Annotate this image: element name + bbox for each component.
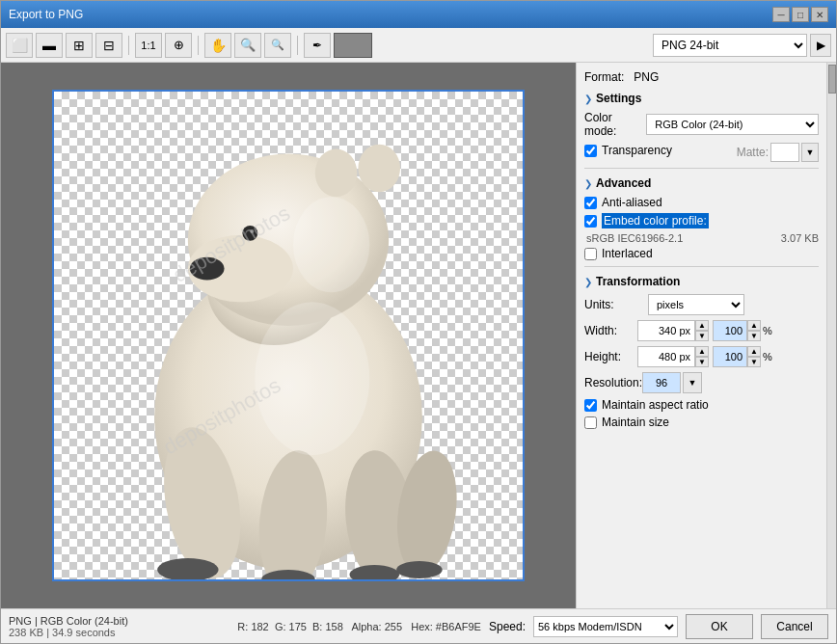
pixel-hex: Hex: #B6AF9E <box>411 621 481 632</box>
right-panel: Format: PNG ❯ Settings Color mode: RGB C… <box>576 63 826 608</box>
profile-size: 3.07 KB <box>781 232 819 244</box>
interlaced-row: Interlaced <box>584 247 819 260</box>
cancel-button[interactable]: Cancel <box>761 614 828 639</box>
fit-width-button[interactable]: ▬ <box>36 33 63 58</box>
width-spinbox: ▲ ▼ ▲ ▼ % <box>637 320 772 341</box>
divider-1 <box>584 168 819 169</box>
maintain-aspect-label: Maintain aspect ratio <box>602 398 709 412</box>
pixel-b: B: 158 <box>312 621 343 632</box>
main-content: depositphotos depositphotos Format: PNG … <box>1 63 836 608</box>
export-png-window: Export to PNG ─ □ ✕ ⬜ ▬ ⊞ ⊟ 1:1 ⊕ ✋ 🔍 🔍 … <box>0 0 837 644</box>
eyedropper-button[interactable]: ✒ <box>304 33 331 58</box>
advanced-section-header: ❯ Advanced <box>584 176 819 190</box>
canvas-area: depositphotos depositphotos <box>1 63 576 608</box>
canvas-inner: depositphotos depositphotos <box>52 90 525 581</box>
height-decrement-button[interactable]: ▼ <box>695 357 709 367</box>
profile-name: sRGB IEC61966-2.1 <box>586 232 683 244</box>
advanced-section-title: Advanced <box>596 176 651 190</box>
format-info: PNG | RGB Color (24-bit) <box>9 615 128 627</box>
matte-color-box[interactable] <box>770 143 799 162</box>
embed-color-label: Embed color profile: <box>602 213 709 228</box>
height-increment-button[interactable]: ▲ <box>695 346 709 357</box>
maintain-aspect-checkbox[interactable] <box>584 399 597 412</box>
units-label: Units: <box>584 298 642 311</box>
speed-label: Speed: <box>489 620 526 633</box>
matte-container: Matte: ▼ <box>737 143 819 162</box>
height-pct-decrement-button[interactable]: ▼ <box>747 357 761 367</box>
divider-2 <box>584 266 819 267</box>
fit-page-button[interactable]: ⊞ <box>66 33 93 58</box>
pixel-info: R: 182 G: 175 B: 158 Alpha: 255 Hex: #B6… <box>237 621 481 632</box>
width-pct-sign: % <box>763 325 772 336</box>
file-info: 238 KB | 34.9 seconds <box>9 627 128 638</box>
pixel-g: G: 175 <box>275 621 307 632</box>
settings-section-title: Settings <box>596 92 641 105</box>
width-pct-increment-button[interactable]: ▲ <box>747 320 761 331</box>
embed-color-row: Embed color profile: <box>584 213 819 228</box>
interlaced-checkbox[interactable] <box>584 248 597 260</box>
matte-dropdown-button[interactable]: ▼ <box>801 143 819 162</box>
close-button[interactable]: ✕ <box>811 7 828 22</box>
minimize-button[interactable]: ─ <box>772 7 790 22</box>
width-pct-input[interactable] <box>713 320 747 341</box>
maintain-size-checkbox[interactable] <box>584 416 597 429</box>
format-select[interactable]: PNG 24-bit <box>653 34 807 57</box>
transparency-label: Transparency <box>602 144 672 157</box>
maintain-size-row: Maintain size <box>584 416 819 429</box>
speed-select[interactable]: 56 kbps Modem/ISDN <box>533 616 678 637</box>
units-row: Units: pixels <box>584 294 819 315</box>
units-select[interactable]: pixels <box>648 294 744 315</box>
fit-image-button[interactable]: ⬜ <box>6 33 33 58</box>
title-bar-left: Export to PNG <box>9 8 83 21</box>
height-pct-input[interactable] <box>713 346 747 367</box>
toolbar: ⬜ ▬ ⊞ ⊟ 1:1 ⊕ ✋ 🔍 🔍 ✒ PNG 24-bit ▶ <box>1 28 836 63</box>
status-bar: PNG | RGB Color (24-bit) 238 KB | 34.9 s… <box>1 608 836 643</box>
width-pct-spinbox-buttons: ▲ ▼ <box>747 320 761 341</box>
width-increment-button[interactable]: ▲ <box>695 320 709 331</box>
anti-aliased-label: Anti-aliased <box>602 196 662 209</box>
title-controls: ─ □ ✕ <box>772 7 828 22</box>
toolbar-separator-1 <box>128 36 129 55</box>
width-input[interactable] <box>637 320 695 341</box>
scroll-indicator <box>826 63 836 608</box>
svg-point-16 <box>396 561 443 578</box>
zoom-grid-button[interactable]: ⊟ <box>95 33 122 58</box>
window-title: Export to PNG <box>9 8 83 21</box>
profile-row: sRGB IEC61966-2.1 3.07 KB <box>584 232 819 244</box>
zoom-out-button[interactable]: 🔍 <box>264 33 291 58</box>
maintain-size-label: Maintain size <box>602 416 669 429</box>
embed-color-checkbox[interactable] <box>584 215 597 228</box>
transformation-collapse-icon[interactable]: ❯ <box>584 277 592 287</box>
height-input[interactable] <box>637 346 695 367</box>
width-pct-decrement-button[interactable]: ▼ <box>747 331 761 341</box>
bear-image: depositphotos depositphotos <box>54 92 523 579</box>
color-mode-select[interactable]: RGB Color (24-bit) <box>646 114 819 135</box>
settings-collapse-icon[interactable]: ❯ <box>584 94 592 104</box>
status-left: PNG | RGB Color (24-bit) 238 KB | 34.9 s… <box>9 615 128 638</box>
advanced-collapse-icon[interactable]: ❯ <box>584 178 592 189</box>
ok-button[interactable]: OK <box>686 614 753 639</box>
interlaced-label: Interlaced <box>602 247 653 260</box>
scroll-thumb[interactable] <box>828 65 836 94</box>
color-mode-label: Color mode: <box>584 111 636 138</box>
resolution-dropdown-button[interactable]: ▼ <box>683 372 702 393</box>
format-arrow-button[interactable]: ▶ <box>810 34 831 57</box>
zoom-in-alt-button[interactable]: 🔍 <box>234 33 261 58</box>
width-decrement-button[interactable]: ▼ <box>695 331 709 341</box>
resolution-row: Resolution: ▼ <box>584 372 819 393</box>
preview-box[interactable] <box>334 33 372 58</box>
resolution-input[interactable] <box>642 372 681 393</box>
transparency-checkbox[interactable] <box>584 145 597 157</box>
toolbar-separator-2 <box>198 36 199 55</box>
pan-button[interactable]: ✋ <box>204 33 231 58</box>
pixel-alpha: Alpha: 255 <box>351 621 402 632</box>
maximize-button[interactable]: □ <box>792 7 809 22</box>
height-pct-increment-button[interactable]: ▲ <box>747 346 761 357</box>
anti-aliased-checkbox[interactable] <box>584 197 597 209</box>
height-row: Height: ▲ ▼ ▲ ▼ % <box>584 346 819 367</box>
transformation-section-title: Transformation <box>596 275 680 288</box>
zoom-100-button[interactable]: 1:1 <box>135 33 162 58</box>
transformation-section-header: ❯ Transformation <box>584 275 819 288</box>
height-pct-sign: % <box>763 351 772 362</box>
zoom-in-button[interactable]: ⊕ <box>165 33 192 58</box>
